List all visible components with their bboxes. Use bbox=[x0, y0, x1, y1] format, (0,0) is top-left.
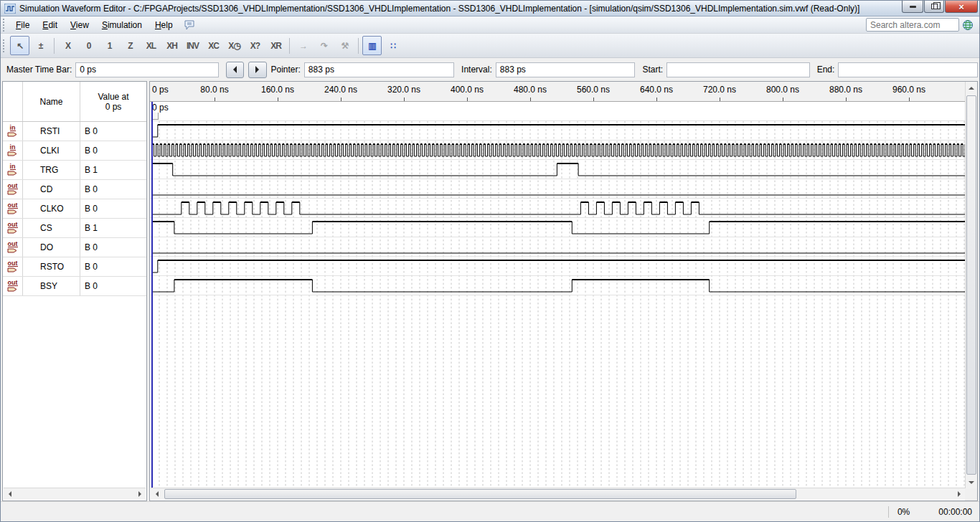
snap-to-transition-button[interactable]: ▥ bbox=[362, 36, 382, 55]
toolbar-separator bbox=[358, 38, 359, 54]
next-edge-button[interactable] bbox=[248, 62, 266, 78]
snap-transition-icon: ▥ bbox=[368, 41, 375, 51]
signal-name: CLKO bbox=[23, 199, 80, 218]
invert-button[interactable]: INV bbox=[183, 36, 202, 55]
signal-value: B 0 bbox=[80, 180, 146, 199]
scrollbar-track[interactable] bbox=[966, 94, 977, 476]
waveform-vertical-scrollbar[interactable] bbox=[965, 82, 977, 488]
force-weak-high-button[interactable]: XH bbox=[162, 36, 182, 55]
signal-row-do[interactable]: outDOB 0 bbox=[3, 238, 146, 257]
menu-view[interactable]: View bbox=[65, 18, 95, 32]
timeline-label: 880.0 ns bbox=[829, 85, 862, 95]
menu-simulation[interactable]: Simulation bbox=[96, 18, 148, 32]
arbitrary-value-button[interactable]: XR bbox=[266, 36, 286, 55]
waveform-horizontal-scrollbar[interactable] bbox=[151, 488, 965, 500]
pointer-field[interactable] bbox=[304, 62, 454, 77]
invert-icon: INV bbox=[187, 41, 199, 51]
timeline-label: 640.0 ns bbox=[640, 85, 673, 95]
master-time-strip[interactable]: 0 ps bbox=[150, 102, 965, 121]
menu-file[interactable]: File bbox=[10, 18, 35, 32]
minimize-button[interactable] bbox=[902, 1, 923, 13]
scroll-left-button[interactable] bbox=[151, 488, 163, 500]
scroll-down-icon bbox=[969, 481, 974, 484]
signal-value: B 0 bbox=[80, 199, 146, 218]
out-port-icon: out bbox=[3, 180, 23, 199]
timeline-tick bbox=[278, 98, 278, 101]
timeline-header[interactable]: 0 ps80.0 ns160.0 ns240.0 ns320.0 ns400.0… bbox=[150, 82, 965, 102]
force-low-button[interactable]: 0 bbox=[79, 36, 98, 55]
wave-trg-edges bbox=[173, 163, 578, 176]
force-weak-low-button[interactable]: XL bbox=[141, 36, 161, 55]
app-window: Simulation Waveform Editor - C:/FPGAProj… bbox=[0, 0, 980, 522]
scroll-right-button[interactable] bbox=[133, 488, 146, 500]
signal-row-rsti[interactable]: inRSTIB 0 bbox=[3, 122, 146, 141]
signal-table-panel: Name Value at 0 ps inRSTIB 0inCLKIB 0inT… bbox=[2, 81, 147, 501]
weak-high-icon: XH bbox=[166, 41, 177, 51]
count-value-button[interactable]: XC bbox=[204, 36, 223, 55]
random-icon: X? bbox=[250, 41, 260, 51]
time-cursor-handle[interactable] bbox=[152, 113, 159, 120]
searchbox bbox=[866, 18, 974, 32]
scroll-right-icon bbox=[138, 491, 141, 497]
start-field[interactable] bbox=[666, 62, 810, 77]
force-high-impedance-button[interactable]: Z bbox=[121, 36, 140, 55]
clock-icon: X◷ bbox=[228, 41, 240, 51]
signal-name: RSTI bbox=[23, 122, 80, 141]
signal-row-cd[interactable]: outCDB 0 bbox=[3, 180, 146, 199]
name-column-header: Name bbox=[23, 82, 80, 121]
wave-cs-edges bbox=[174, 222, 710, 234]
signal-row-clko[interactable]: outCLKOB 0 bbox=[3, 199, 146, 219]
force-low-icon: 0 bbox=[87, 41, 91, 51]
feedback-bubble-icon[interactable] bbox=[184, 19, 195, 30]
master-time-bar-label: Master Time Bar: bbox=[6, 65, 72, 75]
direction-column-header bbox=[3, 82, 23, 121]
signal-value: B 0 bbox=[80, 141, 146, 160]
signal-name: BSY bbox=[23, 277, 80, 295]
snap-to-grid-button[interactable]: ∷ bbox=[383, 36, 402, 55]
scroll-left-button[interactable] bbox=[4, 488, 16, 500]
random-values-button[interactable]: X? bbox=[245, 36, 265, 55]
time-cursor-line[interactable] bbox=[151, 102, 153, 488]
restore-button[interactable] bbox=[924, 1, 944, 13]
selection-tool-button[interactable]: ↖ bbox=[10, 36, 29, 55]
overwrite-clock-button[interactable]: X◷ bbox=[225, 36, 244, 55]
close-icon: × bbox=[958, 2, 964, 11]
signal-row-clki[interactable]: inCLKIB 0 bbox=[3, 141, 146, 161]
signal-row-rsto[interactable]: outRSTOB 0 bbox=[3, 257, 146, 277]
toolbar-separator bbox=[54, 38, 55, 54]
signal-row-bsy[interactable]: outBSYB 0 bbox=[3, 277, 146, 296]
menu-help[interactable]: Help bbox=[149, 18, 179, 32]
force-high-button[interactable]: 1 bbox=[100, 36, 119, 55]
scrollbar-thumb[interactable] bbox=[164, 489, 796, 499]
interval-field[interactable] bbox=[496, 62, 636, 77]
prev-edge-button[interactable] bbox=[226, 62, 244, 78]
toolbar-grip[interactable] bbox=[3, 39, 6, 52]
scroll-left-icon bbox=[9, 491, 11, 497]
force-unknown-button[interactable]: X bbox=[58, 36, 77, 55]
toolbar-buttons: ↖±X01ZXLXHINVXCX◷X?XR→↷⚒▥∷ bbox=[9, 36, 403, 55]
waveform-canvas[interactable] bbox=[150, 121, 965, 488]
force-unknown-icon: X bbox=[65, 41, 70, 51]
globe-icon[interactable] bbox=[962, 19, 974, 31]
search-input[interactable] bbox=[866, 18, 959, 32]
scrollbar-track[interactable] bbox=[163, 488, 953, 500]
edit-waveform-button: ⚒ bbox=[335, 36, 354, 55]
menu-edit[interactable]: Edit bbox=[37, 18, 63, 32]
end-field[interactable] bbox=[838, 62, 978, 77]
scrollbar-thumb[interactable] bbox=[966, 95, 976, 475]
scroll-up-button[interactable] bbox=[966, 82, 977, 94]
zoom-tool-button[interactable]: ± bbox=[31, 36, 50, 55]
master-time-bar-field[interactable] bbox=[75, 62, 219, 77]
timeline-tick bbox=[909, 98, 910, 101]
out-port-icon: out bbox=[3, 219, 23, 237]
timeline-tick bbox=[593, 98, 594, 101]
menubar-grip[interactable] bbox=[3, 19, 6, 32]
scroll-down-button[interactable] bbox=[966, 476, 977, 488]
timeline-tick bbox=[530, 98, 531, 101]
scroll-right-button[interactable] bbox=[953, 488, 965, 500]
scrollbar-track[interactable] bbox=[16, 488, 133, 500]
signal-row-trg[interactable]: inTRGB 1 bbox=[3, 161, 146, 180]
close-button[interactable]: × bbox=[945, 1, 978, 13]
signal-row-cs[interactable]: outCSB 1 bbox=[3, 219, 146, 238]
table-horizontal-scrollbar[interactable] bbox=[4, 488, 146, 500]
